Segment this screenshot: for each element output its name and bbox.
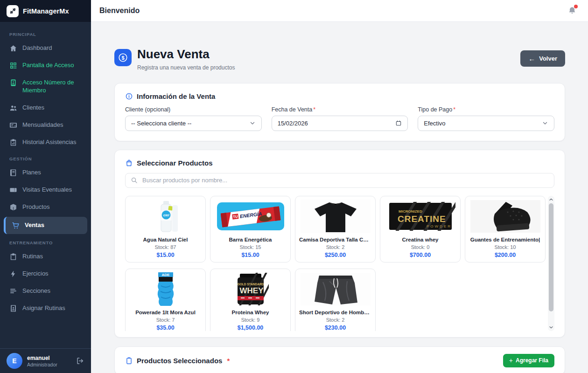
product-card[interactable]: Short Deportivo de Hombre - Talla ...Sto… <box>295 269 376 331</box>
scroll-down-icon[interactable] <box>548 324 554 331</box>
client-select-value: -- Selecciona cliente -- <box>131 120 191 127</box>
products-scrollbar[interactable] <box>548 196 554 331</box>
svg-text:WHEY: WHEY <box>239 286 264 295</box>
sidebar-item-mensualidades[interactable]: Mensualidades <box>0 117 91 134</box>
product-card[interactable]: Guantes de Entrenamiento|Stock: 10$200.0… <box>465 196 546 262</box>
product-stock: Stock: 2 <box>299 317 371 323</box>
add-row-button[interactable]: + Agregar Fila <box>503 354 554 367</box>
sidebar-item-productos[interactable]: Productos <box>0 199 91 216</box>
sidebar-item-label: Pantalla de Acceso <box>22 62 74 69</box>
product-price: $15.00 <box>129 252 202 258</box>
product-image: ADE <box>129 272 202 306</box>
product-image: GOLD STANDARDWHEY <box>214 272 287 306</box>
sidebar-item-ejercicios[interactable]: Ejercicios <box>0 265 91 283</box>
nav-section-label: ENTRENAMIENTO <box>0 235 91 248</box>
sidebar-item-planes[interactable]: Planes <box>0 164 91 181</box>
logout-icon[interactable] <box>76 357 84 365</box>
date-label: Fecha de Venta* <box>272 106 408 113</box>
sidebar-item-acceso-numero-de-miembro[interactable]: Acceso Número de Miembro <box>0 74 91 99</box>
sidebar-item-rutinas[interactable]: Rutinas <box>0 248 91 265</box>
product-card[interactable]: GOLD STANDARDWHEYProteina WheyStock: 9$1… <box>210 269 291 331</box>
info-icon <box>125 92 133 100</box>
product-name: Short Deportivo de Hombre - Talla ... <box>299 310 371 315</box>
sidebar-item-pantalla-de-acceso[interactable]: Pantalla de Acceso <box>0 57 91 74</box>
svg-text:ciel: ciel <box>163 213 169 217</box>
back-arrow-icon: ← <box>528 55 535 62</box>
dumbbell-icon <box>9 7 17 15</box>
avatar: E <box>7 353 22 369</box>
package-icon <box>9 203 17 211</box>
page-subtitle: Registra una nueva venta de productos <box>137 64 235 71</box>
product-card[interactable]: Camisa Deportiva Talla Chica Homb...Stoc… <box>295 196 376 262</box>
date-input[interactable]: 15/02/2026 <box>272 116 408 131</box>
product-card[interactable]: ADEPowerade 1lt Mora AzulStock: 7$35.00 <box>125 269 206 331</box>
back-button[interactable]: ← Volver <box>520 50 565 67</box>
clipboard-icon <box>125 357 133 365</box>
selected-products-heading: Productos Seleccionados * <box>125 357 230 365</box>
sidebar-item-secciones[interactable]: Secciones <box>0 283 91 300</box>
svg-text:MICRONIZED: MICRONIZED <box>399 209 422 214</box>
date-input-value: 15/02/2026 <box>278 120 308 127</box>
product-stock: Stock: 87 <box>129 244 202 250</box>
product-name: Barra Energética <box>214 237 287 242</box>
sidebar-item-label: Clientes <box>22 104 44 112</box>
product-image: ciel <box>129 200 202 233</box>
product-card[interactable]: TUENERGÍABarra EnergéticaStock: 15$15.00 <box>210 196 291 262</box>
product-price: $1,500.00 <box>214 325 287 331</box>
plus-icon: + <box>509 357 513 364</box>
sidebar-item-label: Acceso Número de Miembro <box>22 79 85 95</box>
product-search-input[interactable] <box>125 173 554 188</box>
selected-products-title: Productos Seleccionados <box>137 357 222 365</box>
user-info: emanuel Administrador <box>27 355 57 367</box>
product-price: $700.00 <box>384 252 456 258</box>
product-card[interactable]: MICRONIZEDCREATINEPOWDERCreatina wheySto… <box>380 196 461 262</box>
product-card[interactable]: cielAgua Natural CielStock: 87$15.00 <box>125 196 206 262</box>
cart-icon <box>12 221 20 229</box>
scrollbar-thumb[interactable] <box>549 203 553 311</box>
sidebar-item-label: Rutinas <box>22 253 43 261</box>
sidebar-item-label: Ventas <box>25 221 44 229</box>
sidebar-item-historial-asistencias[interactable]: Historial Asistencias <box>0 134 91 151</box>
scroll-up-icon[interactable] <box>548 196 554 203</box>
payment-select-value: Efectivo <box>424 120 445 127</box>
shopping-bag-icon <box>125 159 133 167</box>
payment-select[interactable]: Efectivo <box>418 116 554 131</box>
nav-section-label: PRINCIPAL <box>0 27 91 40</box>
payment-field: Tipo de Pago* Efectivo <box>418 106 554 131</box>
page-content: $ Nueva Venta Registra una nueva venta d… <box>91 22 588 373</box>
payment-label: Tipo de Pago* <box>418 106 554 113</box>
dollar-circle-icon: $ <box>114 49 132 66</box>
client-select[interactable]: -- Selecciona cliente -- <box>125 116 262 131</box>
search-icon <box>131 177 138 184</box>
qr-code-icon <box>9 62 17 69</box>
product-price: $15.00 <box>214 252 287 258</box>
sidebar-item-clientes[interactable]: Clientes <box>0 99 91 117</box>
product-name: Proteina Whey <box>214 310 287 315</box>
sidebar-item-label: Visitas Eventuales <box>22 186 72 194</box>
ticket-icon <box>9 186 17 194</box>
app-name: FitManagerMx <box>23 7 69 15</box>
product-grid: cielAgua Natural CielStock: 87$15.00TUEN… <box>125 196 546 331</box>
product-price: $200.00 <box>469 252 541 258</box>
clipboard-icon <box>9 253 17 261</box>
add-row-label: Agregar Fila <box>516 357 548 364</box>
nav-section-label: GESTIÓN <box>0 151 91 164</box>
main-area: Bienvenido $ Nueva Venta Registra una nu… <box>91 0 588 373</box>
user-name: emanuel <box>27 355 57 361</box>
sidebar-item-label: Ejercicios <box>22 270 49 278</box>
sidebar-item-ventas[interactable]: Ventas <box>4 217 87 234</box>
product-image <box>299 200 371 233</box>
svg-text:TU: TU <box>232 214 238 219</box>
page-header: $ Nueva Venta Registra una nueva venta d… <box>114 48 565 71</box>
product-stock: Stock: 0 <box>384 244 456 250</box>
topbar: Bienvenido <box>91 0 588 22</box>
product-price: $230.00 <box>299 325 371 331</box>
product-name: Guantes de Entrenamiento| <box>469 237 541 242</box>
notebook-icon <box>9 169 17 177</box>
sale-info-title: Información de la Venta <box>137 92 215 100</box>
notifications-bell-icon[interactable] <box>567 6 577 15</box>
notification-dot <box>574 5 578 8</box>
sidebar-item-asignar-rutinas[interactable]: Asignar Rutinas <box>0 300 91 317</box>
sidebar-item-visitas-eventuales[interactable]: Visitas Eventuales <box>0 181 91 199</box>
sidebar-item-dashboard[interactable]: Dashboard <box>0 40 91 57</box>
